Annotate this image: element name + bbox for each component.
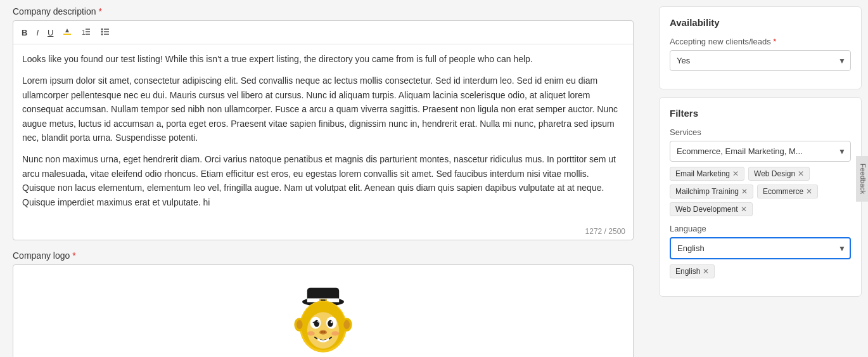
svg-point-6	[101, 31, 103, 33]
language-select[interactable]: English Spanish French German	[670, 237, 851, 259]
logo-upload-area[interactable]	[13, 264, 634, 357]
svg-point-7	[101, 34, 103, 36]
tag-mailchimp-training: Mailchimp Training ✕	[670, 185, 753, 198]
highlight-button[interactable]	[59, 25, 75, 40]
language-label: Language	[670, 224, 851, 233]
char-count: 1272 / 2500	[13, 224, 633, 240]
tag-remove-email-marketing[interactable]: ✕	[732, 170, 739, 178]
tag-label: Web Design	[754, 169, 795, 178]
tag-label: English	[675, 267, 700, 276]
svg-point-20	[297, 320, 303, 329]
description-required-star: *	[98, 6, 101, 16]
svg-point-22	[343, 320, 350, 329]
description-para1: Looks like you found our test listing! W…	[22, 52, 624, 66]
svg-point-30	[321, 331, 323, 333]
language-field: Language English Spanish French German ▼…	[670, 224, 851, 278]
svg-point-31	[323, 331, 326, 333]
tag-web-development: Web Development ✕	[670, 202, 753, 216]
accepting-select-wrapper: Yes No ▼	[670, 50, 851, 71]
tag-remove-mailchimp-training[interactable]: ✕	[741, 188, 748, 195]
svg-point-28	[331, 321, 333, 323]
services-field: Services Ecommerce, Email Marketing, M..…	[670, 127, 851, 216]
char-count-value: 1272 / 2500	[585, 227, 625, 236]
accepting-label: Accepting new clients/leads *	[670, 37, 851, 46]
language-select-wrapper: English Spanish French German ▼	[670, 237, 851, 259]
services-label: Services	[670, 127, 851, 137]
tag-label: Email Marketing	[675, 169, 730, 178]
svg-rect-0	[63, 34, 71, 35]
right-column: Availability Accepting new clients/leads…	[659, 0, 868, 303]
tag-email-marketing: Email Marketing ✕	[670, 167, 744, 181]
services-select-wrapper: Ecommerce, Email Marketing, M... ▼	[670, 141, 851, 162]
description-label: Company description *	[13, 6, 634, 16]
filters-title: Filters	[670, 108, 851, 119]
tag-label: Web Development	[675, 205, 738, 214]
availability-title: Availability	[670, 17, 851, 28]
tag-label: Mailchimp Training	[675, 187, 739, 196]
logo-required-star: *	[72, 250, 75, 261]
tag-remove-english[interactable]: ✕	[703, 268, 709, 275]
unordered-list-button[interactable]	[97, 25, 113, 40]
svg-point-26	[328, 320, 333, 327]
svg-point-25	[314, 320, 319, 327]
feedback-label: Feedback	[859, 163, 867, 193]
company-description-field: Company description * B I U	[13, 6, 634, 240]
description-para3: Nunc non maximus urna, eget hendrerit di…	[22, 152, 624, 209]
bold-button[interactable]: B	[18, 27, 30, 39]
services-tags: Email Marketing ✕ Web Design ✕ Mailchimp…	[670, 167, 851, 216]
tag-ecommerce: Ecommerce ✕	[757, 185, 818, 198]
svg-point-5	[101, 29, 103, 30]
tag-label: Ecommerce	[763, 187, 803, 196]
ordered-list-button[interactable]: 1.	[78, 25, 94, 40]
svg-point-34	[331, 331, 339, 335]
logo-label-text: Company logo	[13, 250, 70, 261]
mailchimp-logo	[285, 281, 361, 357]
filters-card: Filters Services Ecommerce, Email Market…	[659, 97, 862, 297]
tag-remove-ecommerce[interactable]: ✕	[806, 188, 812, 195]
accepting-field: Accepting new clients/leads * Yes No ▼	[670, 37, 851, 71]
tag-english: English ✕	[670, 264, 715, 278]
logo-label: Company logo *	[13, 250, 634, 261]
italic-button[interactable]: I	[33, 27, 42, 39]
logo-preview	[282, 278, 364, 357]
svg-point-29	[319, 330, 327, 334]
accepting-select[interactable]: Yes No	[670, 50, 851, 71]
description-para2: Lorem ipsum dolor sit amet, consectetur …	[22, 74, 624, 145]
editor-toolbar: B I U 1.	[13, 21, 633, 44]
left-column: Company description * B I U	[0, 0, 646, 357]
description-label-text: Company description	[13, 6, 96, 16]
language-tags: English ✕	[670, 264, 851, 278]
tag-web-design: Web Design ✕	[748, 167, 810, 181]
tag-remove-web-design[interactable]: ✕	[798, 170, 804, 178]
description-content[interactable]: Looks like you found our test listing! W…	[13, 44, 633, 224]
availability-card: Availability Accepting new clients/leads…	[659, 6, 862, 89]
underline-button[interactable]: U	[44, 27, 56, 39]
description-editor[interactable]: B I U 1.	[13, 20, 634, 240]
feedback-tab[interactable]: Feedback	[856, 155, 868, 201]
services-select[interactable]: Ecommerce, Email Marketing, M...	[670, 141, 851, 162]
company-logo-section: Company logo *	[13, 250, 634, 357]
svg-point-33	[307, 331, 315, 335]
tag-remove-web-development[interactable]: ✕	[741, 205, 747, 213]
svg-text:1.: 1.	[82, 29, 87, 36]
